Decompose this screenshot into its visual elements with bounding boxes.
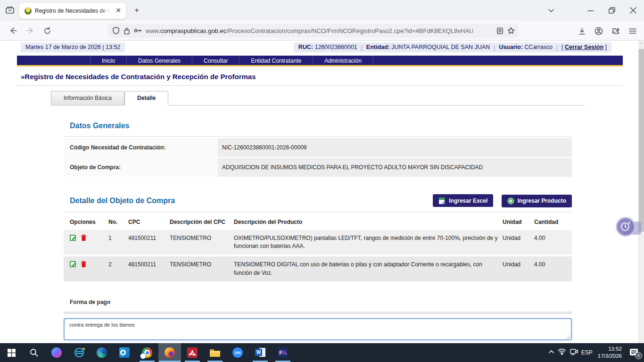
https-lock-icon[interactable] (124, 27, 130, 34)
search-button[interactable] (23, 343, 45, 362)
nav-item-datos-generales[interactable]: Datos Generales (127, 56, 192, 65)
scrollbar-thumb[interactable] (639, 49, 644, 232)
nav-item-consultar[interactable]: Consultar (192, 56, 239, 65)
edit-icon[interactable] (70, 234, 77, 244)
row-unidad: Unidad (503, 256, 534, 281)
col-desc-producto: Descripción del Producto (234, 215, 503, 228)
usuario-label: Usuario: (499, 44, 523, 50)
page-scrollbar[interactable]: ⌃ (638, 41, 644, 343)
tab-close-icon[interactable]: ✕ (114, 7, 123, 15)
permissions-icon[interactable] (134, 28, 142, 33)
meet-now-icon[interactable] (570, 348, 578, 357)
productos-table: Opciones No. CPC Descripción del CPC Des… (64, 213, 572, 284)
taskbar-clock[interactable]: 13:52 17/3/2026 (596, 346, 624, 360)
ruc-label: RUC: (298, 44, 313, 50)
windows-taskbar: zm W F ESP 13:52 17/3/2026 6 (0, 343, 644, 362)
zoom-icon[interactable]: zm (226, 343, 249, 362)
window-minimize-button[interactable] (583, 0, 599, 21)
forma-de-pago-label: Forma de pago (70, 299, 572, 305)
url-bar[interactable]: www.compraspublicas.gob.ec/ProcesoContra… (108, 24, 519, 38)
back-button[interactable] (7, 24, 20, 37)
page-title: »Registro de Necesidades de Contratación… (21, 73, 256, 81)
extensions-icon[interactable] (609, 25, 622, 38)
datos-generales-heading: Datos Generales (70, 122, 572, 130)
logout-link[interactable]: Cerrar Sesión (565, 44, 603, 50)
add-icon (507, 197, 514, 205)
tray-date: 17/3/2026 (598, 353, 622, 359)
scroll-up-icon[interactable]: ⌃ (640, 42, 643, 47)
nav-item-inicio[interactable]: Inicio (90, 56, 127, 65)
word-icon[interactable]: W (249, 343, 272, 362)
url-text: www.compraspublicas.gob.ec/ProcesoContra… (146, 27, 493, 34)
copilot-icon[interactable] (45, 343, 68, 362)
datetime-banner: Martes 17 de Marzo de 2026 | 13:52 (21, 42, 125, 52)
table-header-row: Opciones No. CPC Descripción del CPC Des… (64, 215, 572, 228)
ingresar-excel-button[interactable]: Ingresar Excel (433, 194, 493, 207)
resize-grip[interactable] (566, 334, 570, 339)
nav-item-entidad-contratante[interactable]: Entidad Contratante (239, 56, 313, 65)
new-tab-button[interactable]: + (132, 6, 141, 15)
row-cantidad: 4.00 (534, 256, 572, 281)
downloads-icon[interactable] (575, 25, 588, 38)
edge-icon[interactable] (91, 343, 113, 362)
ingresar-producto-button[interactable]: Ingresar Producto (502, 195, 572, 207)
main-navigation: Inicio Datos Generales Consultar Entidad… (17, 56, 623, 66)
hamburger-menu-icon[interactable] (626, 25, 639, 38)
col-desc-cpc: Descripción del CPC (170, 215, 234, 228)
chrome-icon[interactable] (136, 343, 158, 362)
row-producto: TENSIOMETRO DIGITAL con uso de baterias … (234, 256, 503, 281)
list-tabs-icon[interactable] (543, 0, 559, 21)
bookmark-star-icon[interactable] (507, 27, 515, 34)
wifi-icon[interactable] (558, 348, 566, 357)
chrome-profile-badge (140, 353, 146, 359)
reader-view-icon[interactable] (496, 27, 504, 34)
tray-time: 13:52 (608, 346, 622, 352)
file-explorer-icon[interactable] (204, 343, 226, 362)
col-cantidad: Cantidad (534, 215, 572, 228)
row-cpc: 481500211 (128, 256, 170, 281)
window-restore-button[interactable] (604, 0, 620, 21)
row-cpc: 481500211 (128, 230, 170, 255)
window-close-button[interactable] (625, 0, 641, 21)
notification-badge: 6 (635, 352, 642, 359)
acrobat-icon[interactable] (181, 343, 204, 362)
edit-icon[interactable] (70, 261, 77, 270)
forma-pago-textarea[interactable]: contra entrega de los bienes (64, 318, 572, 340)
codigo-value: NIC-1260023860001-2026-00009 (218, 138, 572, 157)
nav-item-administracion[interactable]: Administración (313, 56, 373, 65)
tab-detalle[interactable]: Detalle (124, 91, 168, 105)
notification-center-icon[interactable]: 6 (627, 346, 641, 360)
row-cpc-desc: TENSIOMETRO (170, 230, 234, 255)
delete-icon[interactable] (81, 234, 87, 244)
row-cpc-desc: TENSIOMETRO (170, 256, 234, 281)
col-opciones: Opciones (64, 215, 108, 228)
row-unidad: Unidad (503, 230, 534, 255)
clock-icon (616, 217, 636, 237)
delete-icon[interactable] (81, 261, 87, 270)
forward-button[interactable] (24, 24, 37, 37)
excel-icon (438, 197, 446, 205)
start-button[interactable] (0, 343, 23, 362)
firefox-icon[interactable] (158, 343, 181, 362)
reload-button[interactable] (41, 24, 54, 37)
firefox-view-icon[interactable] (5, 5, 16, 16)
dg-row-codigo: Código Necesidad de Contratación: NIC-12… (64, 138, 572, 157)
entidad-value: JUNTA PARROQUIAL DE SAN JUAN (391, 44, 490, 50)
outlook-icon[interactable] (113, 343, 136, 362)
tab-informacion-basica[interactable]: Información Básica (51, 91, 124, 105)
usuario-value: CCarrasco (524, 44, 553, 50)
detalle-heading: Detalle del Objeto de Compra (70, 197, 175, 205)
site-favicon-icon (25, 8, 32, 15)
tab-title: Registro de Necesidades de Co (35, 8, 111, 14)
col-no: No. (108, 215, 128, 228)
tray-expand-icon[interactable] (548, 348, 554, 357)
browser-tab[interactable]: Registro de Necesidades de Co ✕ (19, 3, 126, 19)
language-indicator[interactable]: ESP (581, 349, 593, 356)
internet-explorer-icon[interactable] (68, 343, 91, 362)
row-no: 1 (108, 230, 128, 255)
account-icon[interactable] (592, 25, 605, 38)
f-app-icon[interactable]: F (272, 343, 294, 362)
form-tabs: Información Básica Detalle (51, 91, 168, 105)
system-tray: ESP 13:52 17/3/2026 6 (548, 343, 644, 362)
tracking-shield-icon[interactable] (112, 27, 120, 34)
